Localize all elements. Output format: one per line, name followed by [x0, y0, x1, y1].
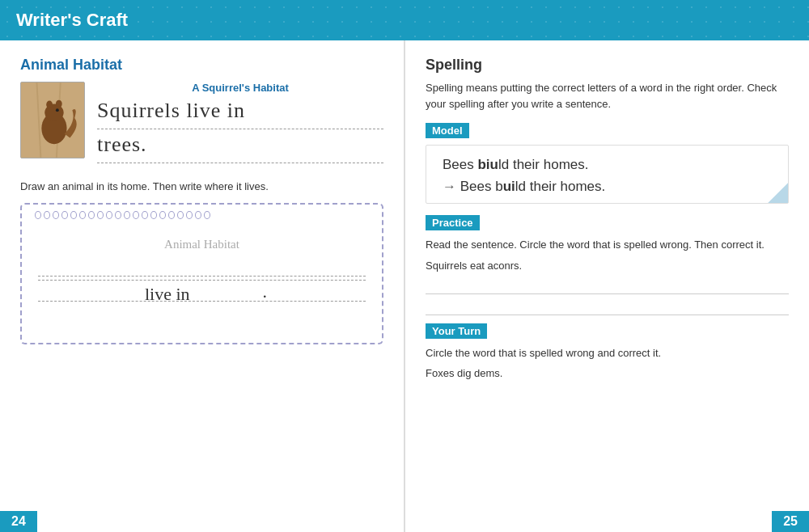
spiral-dot: [106, 211, 112, 219]
spiral-dot: [133, 211, 139, 219]
pages-container: Animal Habitat: [0, 40, 809, 532]
arrow-symbol: →: [443, 179, 456, 194]
spiral-dot: [204, 211, 210, 219]
your-turn-sentence: Foxes dig dems.: [426, 367, 789, 379]
drawing-box-line-2: [38, 280, 366, 281]
spiral-dot: [115, 211, 121, 219]
spiral-dot: [70, 211, 77, 219]
your-turn-instruction: Circle the word that is spelled wrong an…: [426, 345, 789, 361]
handwriting-line-2: trees.: [97, 133, 383, 163]
spiral-dot: [35, 211, 41, 219]
spiral-dot: [124, 211, 130, 219]
spelling-title: Spelling: [426, 57, 789, 74]
model-wrong-line: Bees biuld their homes.: [443, 154, 776, 175]
practice-line-1: [426, 277, 789, 294]
spelling-intro: Spelling means putting the correct lette…: [426, 80, 789, 112]
svg-point-6: [46, 101, 53, 109]
spiral-dot: [88, 211, 95, 219]
spiral-dot: [61, 211, 68, 219]
write-instruction: Draw an animal in its home. Then write w…: [20, 179, 383, 195]
model-badge: Model: [426, 123, 469, 138]
subtitle-text: A Squirrel's Habitat: [97, 82, 383, 94]
spiral-dot: [53, 211, 59, 219]
spiral-dot: [79, 211, 86, 219]
handwriting-line-1: Squirrels live in: [97, 99, 383, 129]
handwriting-box: A Squirrel's Habitat Squirrels live in t…: [97, 82, 383, 167]
handwriting-text-2: trees.: [97, 133, 147, 157]
drawing-box[interactable]: Animal Habitat live in .: [20, 203, 383, 344]
spiral-dot: [97, 211, 104, 219]
right-page-number: 25: [772, 511, 809, 532]
spiral-dot: [159, 211, 166, 219]
header-bar: Writer's Craft: [0, 0, 809, 40]
practice-line-2: [426, 298, 789, 315]
book-spread: Writer's Craft Animal Habitat: [0, 0, 809, 532]
model-wrong-bold: biu: [477, 157, 498, 172]
spiral-dot: [177, 211, 184, 219]
model-box: Bees biuld their homes. → Bees build the…: [426, 145, 789, 204]
squirrel-image: [20, 82, 85, 158]
svg-point-5: [56, 108, 59, 112]
practice-instruction: Read the sentence. Circle the word that …: [426, 237, 789, 253]
spiral-dot: [142, 211, 148, 219]
drawing-box-handwriting: live in: [137, 284, 198, 305]
model-section: Model Bees biuld their homes. → Bees bui…: [426, 123, 789, 204]
right-page: Spelling Spelling means putting the corr…: [405, 40, 809, 532]
left-page: Animal Habitat: [0, 40, 405, 532]
practice-badge: Practice: [426, 215, 480, 230]
practice-sentence: Squirrels eat aconrs.: [426, 260, 789, 272]
your-turn-badge: Your Turn: [426, 323, 487, 339]
svg-point-7: [56, 100, 62, 108]
spiral-dot: [44, 211, 50, 219]
spiral-row: [30, 209, 374, 222]
header-title: Writer's Craft: [16, 10, 128, 31]
model-correct-bold: ui: [503, 179, 515, 194]
drawing-box-line-1: [38, 276, 366, 277]
spiral-dot: [150, 211, 157, 219]
spiral-dot: [186, 211, 193, 219]
drawing-box-title: Animal Habitat: [30, 238, 374, 251]
practice-section: Practice Read the sentence. Circle the w…: [426, 215, 789, 315]
your-turn-section: Your Turn Circle the word that is spelle…: [426, 323, 789, 380]
left-page-number: 24: [0, 511, 37, 532]
handwriting-text-1: Squirrels live in: [97, 99, 245, 123]
model-correct-line: → Bees build their homes.: [443, 179, 776, 195]
spiral-dot: [195, 211, 201, 219]
spiral-dot: [168, 211, 175, 219]
left-section-title: Animal Habitat: [20, 57, 383, 74]
squirrel-section: A Squirrel's Habitat Squirrels live in t…: [20, 82, 383, 167]
